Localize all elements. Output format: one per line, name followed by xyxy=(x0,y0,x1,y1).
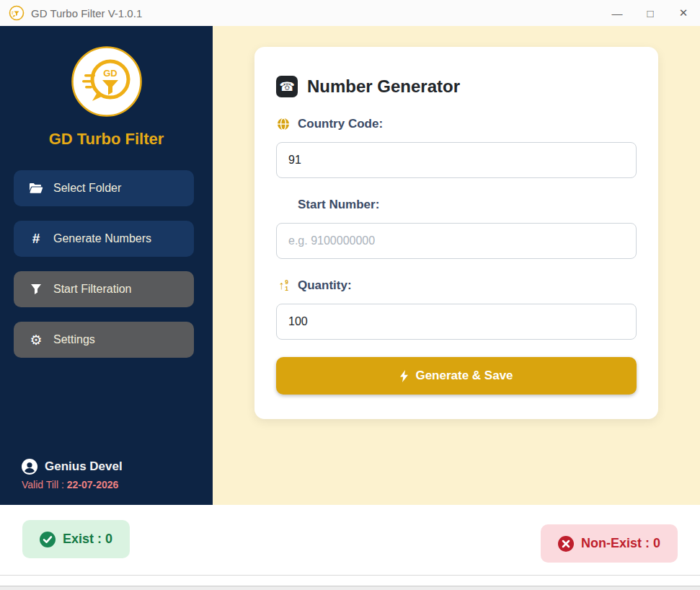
generate-save-button[interactable]: Generate & Save xyxy=(276,357,637,395)
card-header: ☎ Number Generator xyxy=(276,76,637,97)
user-name: Genius Devel xyxy=(45,459,123,474)
non-exist-count: Non-Exist : 0 xyxy=(581,536,660,551)
close-button[interactable]: ✕ xyxy=(667,0,700,26)
exist-count: Exist : 0 xyxy=(63,532,112,547)
valid-till-prefix: Valid Till : xyxy=(22,479,67,490)
bottom-panel-edge xyxy=(0,586,700,590)
license-footer: Genius Devel Valid Till : 22-07-2026 xyxy=(22,459,123,490)
window-controls: — □ ✕ xyxy=(601,0,700,26)
check-circle-icon xyxy=(40,532,56,547)
sidebar-nav: Select Folder # Generate Numbers Start F… xyxy=(0,170,213,358)
sidebar: GD GD Turbo Filter Select Folder # xyxy=(0,26,213,505)
status-bar: Exist : 0 Non-Exist : 0 xyxy=(0,505,700,575)
quantity-label: ↑ 9 1 Quantity: xyxy=(276,278,637,294)
svg-text:GD: GD xyxy=(103,68,118,79)
sort-arrow-glyph: ↑ xyxy=(278,279,284,292)
hash-icon: # xyxy=(28,231,44,247)
app-body: GD GD Turbo Filter Select Folder # xyxy=(0,26,700,505)
app-name: GD Turbo Filter xyxy=(0,130,213,149)
exist-badge: Exist : 0 xyxy=(22,520,130,558)
generate-save-label: Generate & Save xyxy=(415,369,513,383)
start-number-label-text: Start Number: xyxy=(298,198,379,212)
number-generator-card: ☎ Number Generator Country Code: Start N… xyxy=(254,47,658,419)
sidebar-item-start-filteration[interactable]: Start Filteration xyxy=(14,271,194,307)
app-logo: GD xyxy=(70,45,143,118)
phone-icon: ☎ xyxy=(276,76,298,97)
sidebar-item-label: Settings xyxy=(53,333,95,346)
window-titlebar: GD Turbo Filter V-1.0.1 — □ ✕ xyxy=(0,0,700,26)
main-area: ☎ Number Generator Country Code: Start N… xyxy=(213,26,700,505)
valid-till: Valid Till : 22-07-2026 xyxy=(22,479,123,490)
valid-till-date: 22-07-2026 xyxy=(67,479,119,490)
sort-digit-bottom: 1 xyxy=(285,286,288,292)
sidebar-item-settings[interactable]: ⚙ Settings xyxy=(14,322,194,358)
sort-numeric-icon: ↑ 9 1 xyxy=(276,279,291,292)
sidebar-item-generate-numbers[interactable]: # Generate Numbers xyxy=(14,221,194,257)
sidebar-item-label: Start Filteration xyxy=(53,283,131,296)
start-number-label: Start Number: xyxy=(298,197,637,213)
window-title: GD Turbo Filter V-1.0.1 xyxy=(31,7,142,19)
bottom-gap xyxy=(0,576,700,586)
country-code-label: Country Code: xyxy=(276,116,637,132)
gear-icon: ⚙ xyxy=(28,333,44,347)
lightning-icon xyxy=(399,370,409,382)
country-code-input[interactable] xyxy=(276,142,637,178)
maximize-button[interactable]: □ xyxy=(634,0,667,26)
minimize-button[interactable]: — xyxy=(601,0,634,26)
funnel-icon xyxy=(28,283,44,295)
sidebar-item-label: Select Folder xyxy=(53,182,121,195)
person-circle-icon xyxy=(22,459,37,475)
start-number-input[interactable] xyxy=(276,223,637,259)
sidebar-item-select-folder[interactable]: Select Folder xyxy=(14,170,194,206)
sidebar-item-label: Generate Numbers xyxy=(53,232,151,245)
quantity-label-text: Quantity: xyxy=(298,278,352,293)
quantity-input[interactable] xyxy=(276,304,637,340)
globe-icon xyxy=(276,118,291,131)
x-circle-icon xyxy=(558,536,574,552)
folder-open-icon xyxy=(28,182,44,194)
card-title: Number Generator xyxy=(307,76,460,97)
country-code-label-text: Country Code: xyxy=(298,117,383,131)
app-logo-icon xyxy=(9,5,25,21)
non-exist-badge: Non-Exist : 0 xyxy=(541,524,678,563)
